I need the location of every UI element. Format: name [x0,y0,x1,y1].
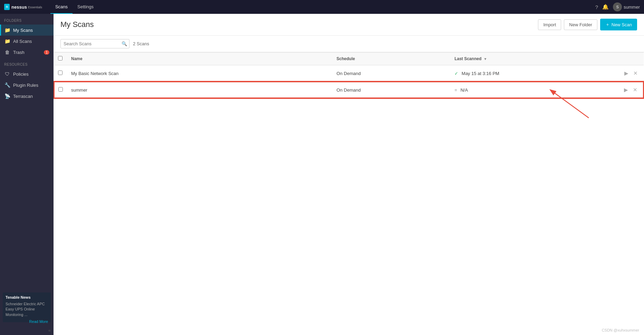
import-button[interactable]: Import [538,19,561,30]
row1-name[interactable]: My Basic Network Scan [67,65,333,82]
row1-checkbox[interactable] [58,71,63,75]
my-scans-icon: 📁 [4,27,10,33]
page-header: My Scans Import New Folder ＋ New Scan [54,14,644,36]
row1-actions: ▶ ✕ [616,65,644,82]
logo-edition: Essentials [28,6,42,9]
header-schedule[interactable]: Schedule [333,53,451,65]
help-icon[interactable]: ? [595,4,598,10]
header-schedule-label: Schedule [337,56,355,61]
user-menu[interactable]: S summer [613,2,640,11]
sidebar-item-policies[interactable]: 🛡 Policies [0,68,54,80]
topnav-scans[interactable]: Scans [50,0,73,14]
resources-label: RESOURCES [0,58,54,68]
news-body: Schneider Electric APC Easy UPS Online M… [6,301,48,317]
sidebar-item-all-scans-label: All Scans [13,39,32,44]
row2-checkbox-cell [54,82,67,98]
sidebar-item-all-scans[interactable]: 📁 All Scans [0,36,54,47]
row2-play-button[interactable]: ▶ [622,86,630,94]
header-name-label: Name [71,56,83,61]
tenable-news: Tenable News Schneider Electric APC Easy… [3,292,51,322]
row2-name[interactable]: summer [67,82,333,98]
table-row: summer On Demand ≡ N/A ▶ ✕ [54,82,644,98]
row2-status-icon: ≡ [454,87,457,93]
sidebar-item-trash-label: Trash [13,50,25,55]
row2-checkbox[interactable] [58,87,63,92]
avatar: S [613,2,622,11]
header-last-scanned[interactable]: Last Scanned ▼ [450,53,616,65]
table-row: My Basic Network Scan On Demand ✓ May 15… [54,65,644,82]
row1-last-scanned-value: May 15 at 3:16 PM [462,71,499,76]
main-content: My Scans Import New Folder ＋ New Scan 🔍 … [54,14,644,335]
plugin-rules-icon: 🔧 [4,82,10,88]
news-title: Tenable News [6,295,48,299]
search-input[interactable] [60,39,129,48]
row1-status-icon: ✓ [454,71,458,76]
toolbar: 🔍 2 Scans [54,36,644,52]
topnav-links: Scans Settings [50,0,595,14]
topnav-settings[interactable]: Settings [73,0,98,14]
row2-last-scanned: ≡ N/A [450,82,616,98]
search-wrapper: 🔍 [60,39,129,48]
sidebar-item-terrascan[interactable]: 📡 Terrascan [0,91,54,102]
header-actions-cell [616,53,644,65]
sidebar-item-policies-label: Policies [13,72,29,77]
policies-icon: 🛡 [4,71,10,77]
sidebar-item-plugin-rules[interactable]: 🔧 Plugin Rules [0,80,54,91]
logo-name: nessus [11,4,27,10]
row2-delete-button[interactable]: ✕ [631,86,639,94]
new-folder-button[interactable]: New Folder [564,19,597,30]
table-header-row: Name Schedule Last Scanned ▼ [54,53,644,65]
table-container: Name Schedule Last Scanned ▼ [54,52,644,335]
sidebar-item-trash[interactable]: 🗑 Trash 1 [0,47,54,58]
row1-delete-button[interactable]: ✕ [632,69,640,77]
new-scan-button[interactable]: ＋ New Scan [600,19,637,30]
scans-table: Name Schedule Last Scanned ▼ [54,52,644,99]
select-all-checkbox[interactable] [58,56,63,61]
sort-icon: ▼ [484,57,487,61]
bell-icon[interactable]: 🔔 [602,4,609,10]
sidebar-collapse-button[interactable]: « [0,326,54,335]
plus-icon: ＋ [605,21,610,28]
topnav-right: ? 🔔 S summer [595,2,640,11]
topnav: n nessus Essentials Scans Settings ? 🔔 S… [0,0,644,14]
sidebar-item-terrascan-label: Terrascan [13,94,33,99]
folders-label: FOLDERS [0,14,54,25]
header-actions: Import New Folder ＋ New Scan [538,19,637,30]
terrascan-icon: 📡 [4,93,10,99]
row1-checkbox-cell [54,65,67,82]
row1-schedule: On Demand [333,65,451,82]
scan-count: 2 Scans [133,41,149,46]
read-more-link[interactable]: Read More [29,319,48,324]
row2-schedule: On Demand [333,82,451,98]
search-icon: 🔍 [122,41,127,46]
logo: n nessus Essentials [4,4,42,10]
username: summer [624,4,640,10]
page-title: My Scans [60,20,538,29]
sidebar: FOLDERS 📁 My Scans 📁 All Scans 🗑 Trash 1… [0,14,54,335]
header-checkbox-cell [54,53,67,65]
row2-actions: ▶ ✕ [616,82,644,98]
sidebar-item-plugin-rules-label: Plugin Rules [13,83,38,88]
trash-icon: 🗑 [4,49,10,55]
row2-last-scanned-value: N/A [460,87,468,93]
all-scans-icon: 📁 [4,38,10,44]
header-name[interactable]: Name [67,53,333,65]
header-last-scanned-label: Last Scanned [454,56,481,61]
footer-credit: CSDN @xuhxsummer [602,328,639,332]
sidebar-item-my-scans[interactable]: 📁 My Scans [0,25,54,36]
sidebar-item-my-scans-label: My Scans [13,28,33,33]
row1-play-button[interactable]: ▶ [623,69,630,77]
trash-badge: 1 [44,50,49,55]
new-scan-label: New Scan [612,22,632,27]
logo-icon: n [4,4,10,10]
row1-last-scanned: ✓ May 15 at 3:16 PM [450,65,616,82]
